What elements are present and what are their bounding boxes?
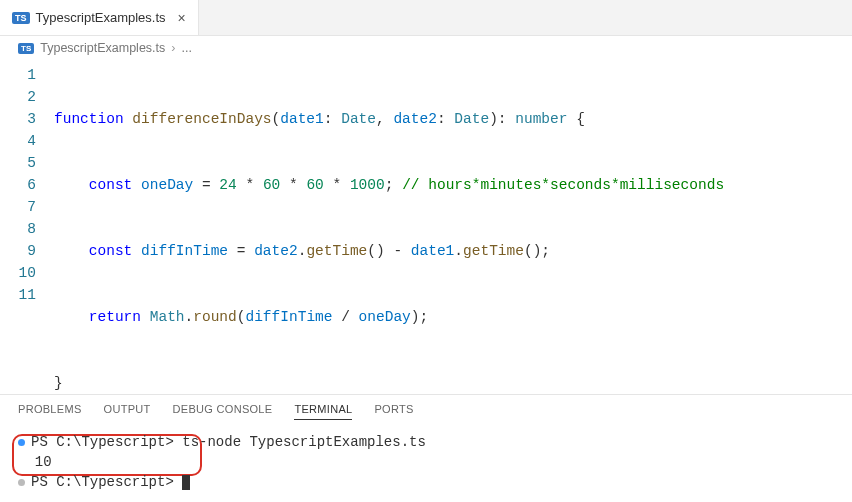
typescript-icon: TS — [18, 43, 34, 54]
breadcrumb-trail: ... — [181, 41, 191, 55]
tab-debug-console[interactable]: DEBUG CONSOLE — [173, 403, 273, 420]
terminal-panel[interactable]: PS C:\Typescript> ts-node TypescriptExam… — [0, 426, 852, 502]
terminal-line: PS C:\Typescript> ts-node TypescriptExam… — [18, 432, 834, 452]
tab-terminal[interactable]: TERMINAL — [294, 403, 352, 420]
terminal-line: PS C:\Typescript> — [18, 472, 834, 492]
code-editor[interactable]: 1 2 3 4 5 6 7 8 9 10 11 function differe… — [0, 60, 852, 394]
tab-problems[interactable]: PROBLEMS — [18, 403, 82, 420]
chevron-right-icon: › — [171, 41, 175, 55]
terminal-cursor — [182, 475, 190, 490]
editor-tabs-bar: TS TypescriptExamples.ts × — [0, 0, 852, 36]
typescript-icon: TS — [12, 12, 30, 24]
line-number-gutter: 1 2 3 4 5 6 7 8 9 10 11 — [0, 64, 54, 394]
bullet-icon — [18, 439, 25, 446]
code-content[interactable]: function differenceInDays(date1: Date, d… — [54, 64, 852, 394]
breadcrumb[interactable]: TS TypescriptExamples.ts › ... — [0, 36, 852, 60]
tab-ports[interactable]: PORTS — [374, 403, 413, 420]
editor-tab-active[interactable]: TS TypescriptExamples.ts × — [0, 0, 199, 35]
bullet-icon — [18, 479, 25, 486]
tab-output[interactable]: OUTPUT — [104, 403, 151, 420]
breadcrumb-file: TypescriptExamples.ts — [40, 41, 165, 55]
panel-tabs: PROBLEMS OUTPUT DEBUG CONSOLE TERMINAL P… — [0, 394, 852, 426]
tab-filename: TypescriptExamples.ts — [36, 10, 166, 25]
close-icon[interactable]: × — [178, 11, 186, 25]
terminal-output: 10 — [18, 452, 834, 472]
